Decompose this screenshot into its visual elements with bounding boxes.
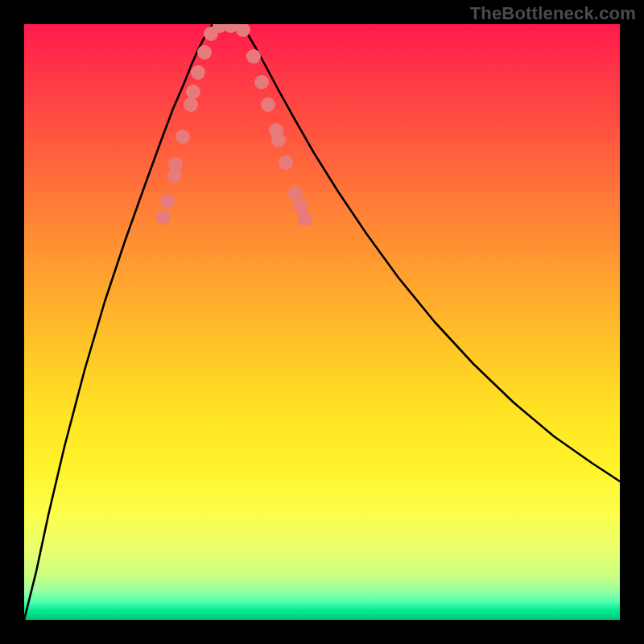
marker-dot	[298, 212, 312, 226]
marker-dot	[175, 130, 190, 144]
watermark-text: TheBottleneck.com	[470, 3, 636, 24]
marker-dot	[160, 194, 175, 208]
curve-layer	[24, 24, 620, 620]
marker-dot	[279, 155, 293, 170]
curve-path	[24, 24, 620, 620]
chart-svg	[24, 24, 620, 620]
marker-dot	[271, 133, 286, 147]
chart-frame: TheBottleneck.com	[0, 0, 644, 644]
marker-dot	[254, 75, 269, 89]
markers-layer	[156, 24, 312, 226]
marker-dot	[184, 97, 198, 112]
marker-dot	[293, 199, 308, 213]
marker-dot	[168, 157, 183, 171]
marker-dot	[261, 97, 275, 112]
marker-dot	[246, 49, 261, 64]
marker-dot	[288, 186, 303, 200]
marker-dot	[191, 65, 205, 80]
marker-dot	[156, 210, 171, 225]
plot-area	[24, 24, 620, 620]
marker-dot	[186, 85, 200, 99]
marker-dot	[197, 45, 212, 60]
